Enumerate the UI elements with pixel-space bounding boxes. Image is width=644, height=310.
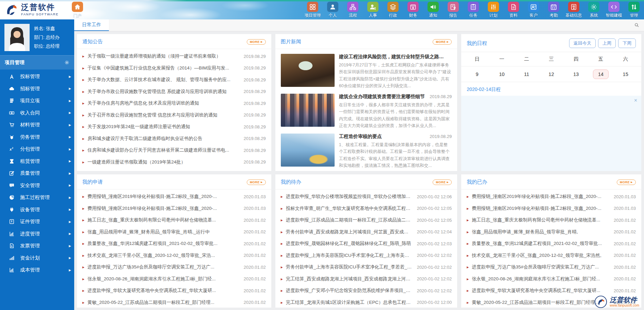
calendar-date[interactable]: 15 [618,69,633,79]
close-icon[interactable]: × [634,98,637,103]
sidebar-item[interactable]: 安全管理 ▶ [0,180,74,192]
calendar-date-cell[interactable]: 14 [589,66,613,82]
nav-item[interactable]: 通知 [423,0,443,19]
sidebar-item[interactable]: 成本管理 ▶ [0,264,74,276]
list-item[interactable]: ▸ 张永银_2020-08-26_湖南洞庭湖水库引水工程施工I标_部门经... … [467,273,636,285]
calendar-date-cell[interactable]: 12 [539,66,564,82]
list-item[interactable]: ▸ 进度款申报_晟铭园林绿化工程_晟铭园林绿化工程_陈萌_陈萌 2020-01-… [281,238,452,250]
nav-item[interactable]: 人事 [363,0,383,19]
search-icon[interactable] [634,22,639,28]
back-to-today-button[interactable]: 返回今天 [569,38,596,48]
calendar-date-cell[interactable]: 10 [489,66,514,82]
sidebar-item[interactable]: 材料管理 ▶ [0,119,74,131]
news-item[interactable]: 建筑企业办理建筑资质需要注意哪些细节 2019.08.29 在日常生活中，很多人… [281,94,452,129]
nav-item[interactable]: 流程 [343,0,363,19]
list-item[interactable]: ▸ 关于领取一级注册建造师增项贴的通知（须持一建证书前来领取） 2019.08.… [82,50,266,62]
list-item[interactable]: ▸ 进度款申报_万达广场35#会所及咖啡厅空调安装工程_万达广... 2020.… [467,261,636,273]
sidebar-item[interactable]: 进度管理 ▶ [0,228,74,240]
nav-item[interactable]: 行政 [383,0,403,19]
nav-item[interactable]: 考勤 [544,0,564,19]
sidebar-item[interactable]: 招标管理 ▶ [0,83,74,95]
nav-item[interactable]: 管理 [624,0,644,19]
list-item[interactable]: ▸ 技术交底_龙湖三千里小区_张鑫_2020-12-02_领导审批_宋浩然, 2… [467,250,636,262]
list-item[interactable]: ▸ 进度款申报_广安邓小平纪念馆安全防范系统维护保养项目_广安... 2020-… [281,285,452,297]
sidebar-item[interactable]: 资金计划 ▶ [0,252,74,264]
list-item[interactable]: ▸ 费用报销_潼南区2019年绿化补贴项目-施工2标段_张鑫_2020-... … [467,191,636,203]
list-item[interactable]: ▸ 关于召开市政公用设施智慧化管理 信息技术与应用培训班的通知 2019.08.… [82,109,266,121]
nav-item[interactable]: 财务 [403,0,423,19]
list-item[interactable]: ▸ 施工日志_张鑫_重庆太极制药有限公司亳州中药材仓储物流基... 2020.0… [82,214,266,226]
sidebar-item[interactable]: 租赁管理 ▶ [0,155,74,168]
sidebar-item[interactable]: 质量管理 ▶ [0,167,74,180]
calendar-date-cell[interactable]: 9 [465,66,489,82]
calendar-date[interactable]: 12 [544,69,559,79]
list-item[interactable]: ▸ 进度款申报_万达广场35#会所及咖啡厅空调安装工程_万达广... 2020.… [82,261,266,273]
list-item[interactable]: ▸ 费用报销_潼南区2019年绿化补贴项目-施工2标段_张鑫_2020-... … [467,203,636,215]
list-item[interactable]: ▸ 住房和城乡建设部办公厅关于同意吉林省开展二级建造师注册证书电... 2019… [82,144,266,156]
tab-daily-work[interactable]: 日常工作 [74,19,109,31]
list-item[interactable]: ▸ 进度款申报_华软大厦研究基地中央空调系统工程_华软大厦研... 2020.0… [467,285,636,297]
list-item[interactable]: ▸ 关于举办市政公用设施数字化管理信息 系统建设与应用培训班的通知 2019.0… [82,86,266,98]
calendar-date[interactable]: 10 [494,69,510,79]
prev-week-button[interactable]: 上周 [598,38,616,48]
more-button[interactable]: MORE ▶ [433,180,452,185]
list-item[interactable]: ▸ 费用报销_潼南区2019年绿化补贴项目-施工2标段_张鑫_2020-... … [82,203,266,215]
list-item[interactable]: ▸ 技术交底_龙湖三千里小区_张鑫_2020-12-02_领导审批_宋浩... … [82,250,266,262]
sidebar-item[interactable]: x2 分包管理 ▶ [0,143,74,155]
list-item[interactable]: ▸ 施工日志_张鑫_重庆太极制药有限公司亳州中药材仓储物流基... 2020.0… [467,214,636,226]
list-item[interactable]: ▸ 张鑫_用品领用申请_账簿_财务用品_领导审批_肖晴,_运行中 2020.01… [82,226,266,238]
list-item[interactable]: ▸ 投标文件审查_胡广生_华软大厦研究基地中央空调系统工程_20... 2020… [281,203,452,215]
nav-item[interactable]: 资料 [503,0,524,19]
calendar-date[interactable]: 11 [519,69,534,79]
next-week-button[interactable]: 下周 [618,38,636,48]
calendar-date-cell[interactable]: 13 [564,66,589,82]
calendar-date-cell[interactable]: 15 [613,66,638,82]
list-item[interactable]: ▸ 进度款申报_华软办公楼增加视频监控项目_华软办公楼增加视频... 2020-… [281,191,452,203]
sidebar-group-project-management[interactable]: 项目管理 [0,56,74,69]
list-item[interactable]: ▸ 进度款申报_上海市美容医院ICU手术室净化工程_上海市美容医... 2020… [281,250,452,262]
nav-item[interactable]: 基础信息 [564,0,584,19]
schedule-detail-label[interactable]: 2020-02-14日程 [461,82,641,96]
sidebar-item[interactable]: 劳务管理 ▶ [0,131,74,143]
sidebar-item[interactable]: 投标管理 ▶ [0,71,74,83]
list-item[interactable]: ▸ 进度款申报_江苏成品油二期项目一标段工程_江苏成品油二期项... 2020-… [281,214,452,226]
list-item[interactable]: ▸ 黄敏_2020-05-22_江苏成品油二期项目一标段工程_部门经理... 2… [82,297,266,308]
sidebar-item[interactable]: 项目立项 ▶ [0,95,74,107]
list-item[interactable]: ▸ 关于发放2019年第24批一级建造师注册证书的通知 2019.08.29 [82,121,266,133]
nav-item[interactable]: 客户 [524,0,544,19]
list-item[interactable]: ▸ 完工结算_龙湖天街城1区设计采购施工（EPC）总承包工程_龙... 2020… [281,297,452,308]
news-item[interactable]: 工程造价审核的要点 2019.08.29 1、核准工程量。工程量是编制决算最基本… [281,134,452,169]
list-item[interactable]: ▸ 于征集《中国建筑施工行业信息化发展报告（2014）—BIM应用与发... 2… [82,62,266,74]
sidebar-item[interactable]: 施工过程管理 ▶ [0,191,74,204]
nav-item[interactable]: 系统 [584,0,604,19]
list-item[interactable]: ▸ 劳务付款申请_上海市美容医院ICU手术室净化工程_李若若_上... 2020… [281,261,452,273]
list-item[interactable]: ▸ 质量整改_张鑫_华润12城房建工程项目_2021-02-02_领导审批...… [82,238,266,250]
list-item[interactable]: ▸ 张鑫_用品领用申请_账簿_财务用品_领导审批_肖晴, 2020.01.02 [467,226,636,238]
sidebar-item[interactable]: 收入合同 ▶ [0,107,74,119]
gear-icon[interactable] [64,60,69,65]
more-button[interactable]: MORE ▶ [433,39,452,45]
more-button[interactable]: MORE ▶ [247,180,266,185]
sidebar-item[interactable]: 发票管理 ▶ [0,240,74,252]
list-item[interactable]: ▸ 质量整改_张鑫_华润12城房建工程项目_2021-02-02_领导审批...… [467,238,636,250]
nav-item[interactable]: 个人 [323,0,343,19]
calendar-date[interactable]: 14 [593,69,609,79]
nav-item-portal[interactable]: 门户 [67,0,87,19]
more-button[interactable]: MORE ▶ [617,180,636,185]
list-item[interactable]: ▸ 费用报销_潼南区2019年绿化补贴项目-施工2标段_张鑫_2020-... … [82,191,266,203]
list-item[interactable]: ▸ 进度款申报_华软大厦研究基地中央空调系统工程_华软大厦研... 2020.0… [82,285,266,297]
list-item[interactable]: ▸ 关于举办住房与房地产信息化 技术及应用培训班的通知 2019.08.29 [82,97,266,109]
more-button[interactable]: MORE ▶ [247,39,266,45]
sidebar-item[interactable]: 设备管理 ▶ [0,204,74,216]
list-item[interactable]: ▸ 房和城乡建设厅关于取消二级建造师临时执业证书的公告 2019.08.29 [82,133,266,145]
sidebar-item[interactable]: 证件管理 ▶ [0,216,74,228]
nav-item[interactable]: 计划 [483,0,503,19]
list-item[interactable]: ▸ 完工结算_西安成都路龙湖上河城项目_西安成都路龙湖上河城... 2020-0… [281,273,452,285]
calendar-date-cell[interactable]: 11 [514,66,539,82]
list-item[interactable]: ▸ 劳务付款申请_西安成都路龙湖上河城项目_何芷茵_西安成都路... 2020-… [281,226,452,238]
list-item[interactable]: ▸ 一级建造师注册证书领取通知（2019年第24批） 2019.08.29 [82,156,266,168]
list-item[interactable]: ▸ 张永银_2020-08-26_湖南洞庭湖水库引水工程施工I标_部门经... … [82,273,266,285]
list-item[interactable]: ▸ 关于举办大数据、云计算技术在城市建设、 规划、管理与服务中的应... 201… [82,74,266,86]
nav-item[interactable]: 智能建模 [604,0,624,19]
nav-item[interactable]: 报告 [443,0,463,19]
